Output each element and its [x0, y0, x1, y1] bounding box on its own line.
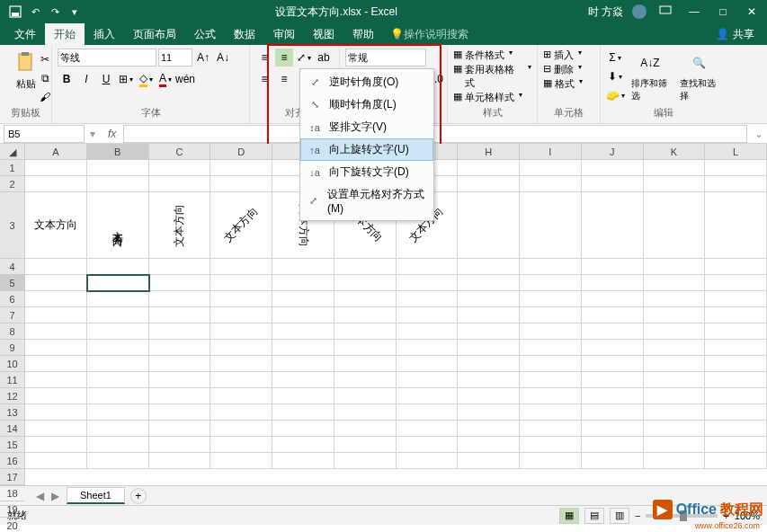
- cell[interactable]: [705, 372, 767, 388]
- zoom-out-icon[interactable]: −: [635, 510, 640, 521]
- cell[interactable]: [458, 291, 520, 307]
- cell[interactable]: [397, 275, 459, 291]
- cut-icon[interactable]: ✂: [36, 50, 54, 68]
- cell[interactable]: [334, 437, 397, 453]
- tab-insert[interactable]: 插入: [85, 23, 124, 46]
- col-header-I[interactable]: I: [520, 144, 582, 159]
- cell[interactable]: [87, 388, 149, 404]
- tab-formulas[interactable]: 公式: [185, 23, 225, 46]
- tab-help[interactable]: 帮助: [343, 23, 383, 46]
- cell[interactable]: [644, 307, 706, 324]
- cell[interactable]: [272, 421, 334, 437]
- sheet-tab-1[interactable]: Sheet1: [67, 487, 125, 504]
- save-icon[interactable]: [5, 2, 25, 22]
- cell[interactable]: [520, 340, 582, 356]
- cell[interactable]: [334, 421, 397, 437]
- cell[interactable]: [210, 453, 272, 469]
- row-header-5[interactable]: 5: [0, 275, 24, 291]
- cell[interactable]: [210, 275, 272, 291]
- cell[interactable]: [87, 307, 149, 324]
- cell[interactable]: [334, 356, 397, 372]
- col-header-A[interactable]: A: [25, 144, 87, 159]
- number-format-select[interactable]: [345, 49, 426, 66]
- row-header-19[interactable]: 19: [0, 501, 24, 518]
- cell[interactable]: [25, 372, 87, 388]
- cell[interactable]: [458, 307, 520, 324]
- cell-A3[interactable]: 文本方向: [25, 192, 87, 259]
- sheet-nav-next-icon[interactable]: ▶: [51, 490, 59, 502]
- menu-format-align[interactable]: ⤢设置单元格对齐方式(M): [300, 183, 433, 218]
- cell[interactable]: [397, 324, 459, 340]
- tell-me[interactable]: 💡 操作说明搜索: [390, 27, 468, 42]
- row-header-6[interactable]: 6: [0, 291, 24, 307]
- underline-button[interactable]: U: [97, 70, 115, 88]
- cell[interactable]: [87, 421, 149, 437]
- cell[interactable]: [25, 259, 87, 275]
- minimize-icon[interactable]: —: [684, 2, 704, 22]
- row-header-1[interactable]: 1: [0, 160, 24, 176]
- cell[interactable]: [644, 421, 706, 437]
- cell[interactable]: [272, 291, 334, 307]
- cell[interactable]: [458, 340, 520, 356]
- row-header-3[interactable]: 3: [0, 192, 24, 259]
- undo-icon[interactable]: ↶: [25, 2, 45, 22]
- cell[interactable]: [705, 275, 767, 291]
- cell[interactable]: [272, 453, 334, 469]
- bold-button[interactable]: B: [58, 70, 76, 88]
- cell-style-button[interactable]: ▦单元格样式▾: [453, 91, 522, 104]
- cell[interactable]: [87, 372, 149, 388]
- cell[interactable]: [25, 291, 87, 307]
- cell[interactable]: [520, 176, 582, 192]
- row-header-7[interactable]: 7: [0, 307, 24, 324]
- row-header-11[interactable]: 11: [0, 372, 24, 388]
- cell[interactable]: [272, 307, 334, 324]
- tab-view[interactable]: 视图: [304, 23, 343, 46]
- cell-D3[interactable]: 文本方向: [210, 192, 272, 259]
- cell[interactable]: [458, 421, 520, 437]
- cell[interactable]: [334, 453, 397, 469]
- cell[interactable]: [397, 453, 459, 469]
- cell[interactable]: [705, 388, 767, 404]
- cell[interactable]: [334, 340, 397, 356]
- cell[interactable]: [210, 356, 272, 372]
- font-size-select[interactable]: [158, 49, 192, 66]
- tab-data[interactable]: 数据: [225, 23, 264, 46]
- cell[interactable]: [149, 291, 211, 307]
- cell[interactable]: [644, 340, 706, 356]
- cell[interactable]: [582, 176, 644, 192]
- increase-font-icon[interactable]: A↑: [194, 49, 212, 66]
- cell[interactable]: [25, 421, 87, 437]
- row-header-4[interactable]: 4: [0, 259, 24, 275]
- row-header-12[interactable]: 12: [0, 388, 24, 404]
- menu-rotate-down[interactable]: ↓a向下旋转文字(D): [300, 161, 433, 183]
- font-color-icon[interactable]: A▾: [156, 70, 174, 88]
- cell[interactable]: [334, 291, 397, 307]
- cell[interactable]: [458, 192, 520, 259]
- border-icon[interactable]: ⊞▾: [117, 70, 135, 88]
- cell[interactable]: [582, 291, 644, 307]
- cell[interactable]: [149, 160, 211, 176]
- cell[interactable]: [210, 176, 272, 192]
- cell[interactable]: [644, 372, 706, 388]
- cell[interactable]: [644, 275, 706, 291]
- formula-bar[interactable]: [123, 125, 747, 143]
- name-box[interactable]: [4, 125, 85, 143]
- cell[interactable]: [458, 160, 520, 176]
- cell[interactable]: [520, 388, 582, 404]
- close-icon[interactable]: ✕: [742, 2, 762, 22]
- align-left-icon[interactable]: ≡: [255, 70, 273, 88]
- cell[interactable]: [272, 437, 334, 453]
- cell[interactable]: [149, 176, 211, 192]
- cell[interactable]: [272, 356, 334, 372]
- cell[interactable]: [87, 453, 149, 469]
- cell[interactable]: [458, 404, 520, 421]
- align-middle-icon[interactable]: ≡: [275, 49, 293, 66]
- cell[interactable]: [25, 404, 87, 421]
- cell[interactable]: [210, 307, 272, 324]
- cell[interactable]: [210, 437, 272, 453]
- fill-icon[interactable]: ⬇▾: [606, 67, 624, 85]
- tab-file[interactable]: 文件: [5, 23, 45, 46]
- row-header-14[interactable]: 14: [0, 421, 24, 437]
- cell[interactable]: [272, 275, 334, 291]
- clear-icon[interactable]: 🧽▾: [606, 86, 624, 104]
